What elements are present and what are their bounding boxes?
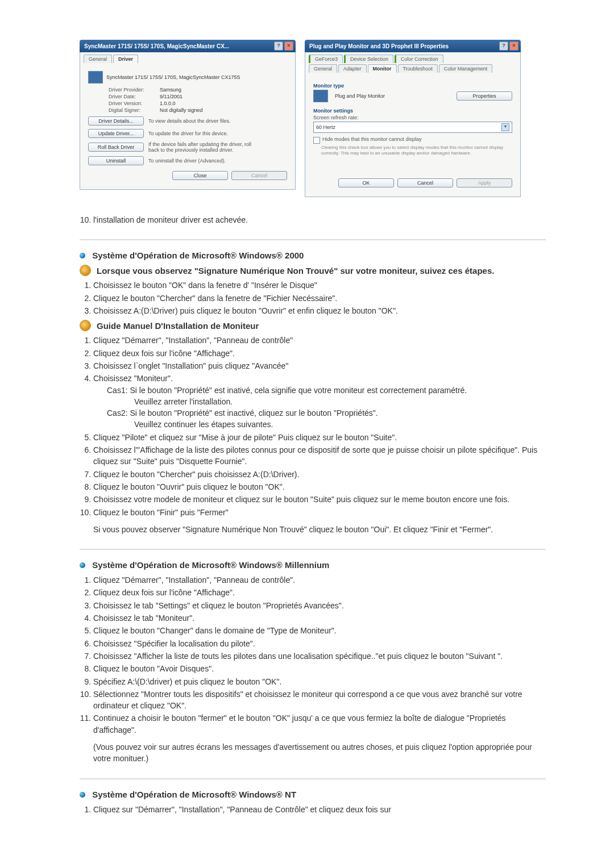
dialog1-title: SyncMaster 171S/ 175S/ 170S, MagicSyncMa… — [84, 43, 229, 49]
case1-line1: Cas1: Si le bouton "Propriété" est inati… — [107, 385, 546, 396]
list-item: Choisissez le tab "Settings" et cliquez … — [93, 600, 546, 611]
version-value: 1.0.0.0 — [160, 101, 176, 106]
list-item: Cliquez le bouton "Ouvrir" puis cliquez … — [93, 481, 546, 493]
provider-label: Driver Provider: — [109, 87, 160, 93]
refresh-rate-value: 60 Hertz — [316, 124, 335, 130]
tab-adapter[interactable]: Adapter — [338, 64, 367, 73]
tab-color-correction[interactable]: Color Correction — [395, 55, 443, 63]
tab-geforce3[interactable]: GeForce3 — [309, 55, 343, 63]
help-icon[interactable]: ? — [274, 41, 283, 51]
bullet-icon — [80, 562, 85, 568]
hide-modes-label: Hide modes that this monitor cannot disp… — [322, 136, 422, 142]
list-item: Choisissez A:(D:\Driver) puis cliquez le… — [93, 305, 546, 316]
list-item: Cliquez le bouton "Chercher" dans la fen… — [93, 293, 546, 304]
monitor-settings-legend: Monitor settings — [313, 108, 512, 114]
case2-line2: Veuillez continuer les étapes suivantes. — [134, 419, 546, 430]
list-item: Cliquez "Démarrer", "Installation", "Pan… — [93, 574, 546, 586]
tab-general[interactable]: General — [309, 64, 337, 73]
gear-icon — [80, 265, 91, 276]
case1-line2: Veuillez arreter l'installation. — [134, 396, 546, 407]
apply-button: Apply — [457, 178, 512, 187]
list-item: Cliquez sur "Démarrer", "Installation", … — [93, 804, 546, 815]
cancel-button[interactable]: Cancel — [397, 178, 453, 187]
rollback-driver-button[interactable]: Roll Back Driver — [88, 143, 144, 152]
uninstall-desc: To uninstall the driver (Advanced). — [148, 158, 226, 164]
tab-driver[interactable]: Driver — [113, 55, 138, 63]
close-icon[interactable]: × — [284, 41, 293, 51]
cancel-button: Cancel — [231, 171, 287, 180]
guide-subhead: Guide Manuel D'Installation de Moniteur — [80, 320, 546, 331]
help-icon[interactable]: ? — [499, 41, 508, 51]
list-item: Choisissez "Spécifier la localisation du… — [93, 638, 546, 649]
signer-label: Digital Signer: — [109, 107, 160, 113]
millennium-steps: Cliquez "Démarrer", "Installation", "Pan… — [80, 574, 546, 736]
list-item: Choisissez votre modele de moniteur et c… — [93, 494, 546, 505]
update-driver-desc: To update the driver for this device. — [148, 131, 228, 136]
list-item: Cliquez "Pilote" et cliquez sur "Mise à … — [93, 432, 546, 443]
signer-value: Not digitally signed — [160, 107, 203, 113]
dialog2-title: Plug and Play Monitor and 3D Prophet III… — [309, 43, 449, 49]
millennium-note: (Vous pouvez voir sur autres écrans les … — [93, 741, 546, 765]
divider — [80, 239, 546, 240]
close-icon[interactable]: × — [509, 41, 518, 51]
list-item: Choisissez l`onglet "Installation" puis … — [93, 360, 546, 372]
list-item: Choisissez "Moniteur". Cas1: Si le bouto… — [93, 373, 546, 430]
driver-properties-dialog: SyncMaster 171S/ 175S/ 170S, MagicSyncMa… — [80, 40, 296, 197]
section-2000-title: Système d'Opération de Microsoft® Window… — [80, 251, 546, 260]
list-item: Choisissez l'"Affichage de la liste des … — [93, 444, 546, 468]
close-button[interactable]: Close — [172, 171, 228, 180]
signature-steps: Choisissez le bouton "OK" dans la fenetr… — [80, 279, 546, 316]
tab-general[interactable]: General — [84, 55, 112, 63]
monitor-properties-dialog: Plug and Play Monitor and 3D Prophet III… — [305, 40, 521, 197]
monitor-type-legend: Monitor type — [313, 83, 512, 89]
driver-details-desc: To view details about the driver files. — [148, 118, 231, 124]
update-driver-button[interactable]: Update Driver... — [88, 129, 144, 138]
gear-icon — [80, 320, 91, 331]
list-item: Cliquez le bouton "Finir" puis "Fermer" — [93, 507, 546, 518]
guide-note: Si vous pouvez observer "Signature Numér… — [93, 524, 546, 535]
bullet-icon — [80, 792, 85, 798]
refresh-rate-label: Screen refresh rate: — [313, 115, 512, 120]
divider — [80, 549, 546, 550]
hide-modes-note: Clearing this check box allows you to se… — [321, 145, 512, 156]
monitor-type-value: Plug and Play Monitor — [335, 93, 385, 99]
list-item: Cliquez deux fois sur l'icône "Affichage… — [93, 348, 546, 359]
hide-modes-checkbox[interactable] — [313, 137, 320, 144]
list-item: Choisissez "Afficher la liste de touts l… — [93, 650, 546, 662]
version-label: Driver Version: — [109, 101, 160, 106]
device-name: SyncMaster 171S/ 175S/ 170S, MagicSyncMa… — [106, 74, 240, 80]
step-10-list: l'installation de moniteur driver est ac… — [80, 214, 546, 226]
monitor-icon — [88, 71, 103, 84]
section-millennium-title: Système d'Opération de Microsoft® Window… — [80, 560, 546, 570]
date-label: Driver Date: — [109, 94, 160, 99]
monitor-icon — [313, 90, 328, 102]
driver-details-button[interactable]: Driver Details... — [88, 116, 144, 126]
tab-device-selection[interactable]: Device Selection — [344, 55, 393, 63]
list-item: Spécifiez A:\(D:\driver) et puis cliquez… — [93, 676, 546, 687]
provider-value: Samsung — [160, 87, 181, 93]
list-item: Cliquez deux fois sur l'icône "Affichage… — [93, 587, 546, 598]
list-item: Continuez a choisir le bouton "fermer" e… — [93, 712, 546, 736]
bullet-icon — [80, 253, 85, 258]
list-item: Choisissez le bouton "OK" dans la fenetr… — [93, 279, 546, 291]
list-item: Cliquez le bouton "Avoir Disques". — [93, 663, 546, 674]
ok-button[interactable]: OK — [338, 178, 394, 187]
rollback-driver-desc: If the device fails after updating the d… — [148, 141, 262, 153]
date-value: 9/11/2001 — [160, 94, 182, 99]
case2-line1: Cas2: Si le bouton "Propriété" est inact… — [107, 407, 546, 419]
list-item: Cliquez le bouton "Changer" dans le doma… — [93, 625, 546, 636]
list-item: Choisissez le tab "Moniteur". — [93, 612, 546, 624]
refresh-rate-select[interactable]: 60 Hertz ▾ — [313, 122, 512, 133]
properties-button[interactable]: Properties — [457, 91, 512, 101]
signature-subhead: Lorsque vous observez "Signature Numériq… — [80, 265, 546, 276]
dialogs-row: SyncMaster 171S/ 175S/ 170S, MagicSyncMa… — [80, 40, 546, 197]
tab-color-management[interactable]: Color Management — [439, 64, 493, 73]
uninstall-button[interactable]: Uninstall — [88, 156, 144, 165]
tab-monitor[interactable]: Monitor — [368, 64, 397, 73]
guide-steps: Cliquez "Démarrer", "Installation", "Pan… — [80, 335, 546, 518]
chevron-down-icon: ▾ — [501, 123, 509, 131]
list-item: Cliquez le bouton "Chercher" puis choisi… — [93, 469, 546, 480]
divider — [80, 778, 546, 779]
section-nt-title: Système d'Opération de Microsoft® Window… — [80, 790, 546, 799]
tab-troubleshoot[interactable]: Troubleshoot — [398, 64, 438, 73]
